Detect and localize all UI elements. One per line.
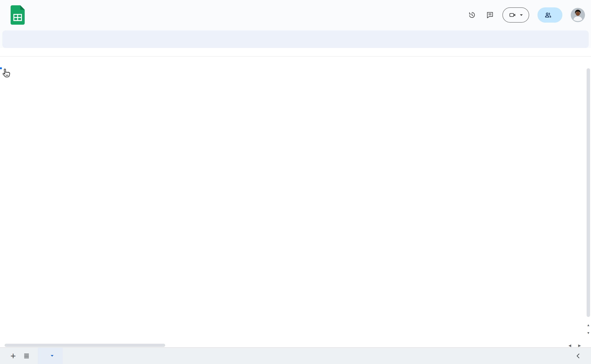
topbar <box>0 0 591 30</box>
horizontal-scrollbar-thumb[interactable] <box>5 344 165 347</box>
sheets-logo-icon[interactable] <box>11 5 25 25</box>
side-panel-collapse-icon[interactable] <box>572 349 585 363</box>
scroll-down-icon[interactable]: ▼ <box>586 331 591 334</box>
toolbar-wrap <box>0 30 591 48</box>
add-sheet-button[interactable]: + <box>6 349 20 363</box>
spreadsheet-grid: ▲ ▼ <box>0 56 591 343</box>
sheet-tab-menu-icon[interactable] <box>51 355 53 357</box>
scroll-left-icon[interactable]: ◀ <box>568 344 571 347</box>
formula-bar-gap <box>0 48 591 56</box>
vertical-scrollbar[interactable]: ▲ ▼ <box>586 67 591 343</box>
people-icon <box>544 11 552 19</box>
sheet-tab[interactable] <box>38 348 63 364</box>
video-call-button[interactable] <box>502 7 529 23</box>
scroll-up-icon[interactable]: ▲ <box>586 323 591 327</box>
video-camera-icon <box>509 11 516 19</box>
share-button[interactable] <box>538 7 562 23</box>
avatar[interactable] <box>571 8 585 22</box>
comments-icon[interactable] <box>483 8 497 22</box>
horizontal-scrollbar[interactable]: ◀ ▶ <box>0 343 591 348</box>
vertical-scrollbar-thumb[interactable] <box>587 68 590 317</box>
column-header-row <box>0 56 591 67</box>
chevron-down-icon <box>520 14 523 16</box>
toolbar <box>2 30 589 48</box>
all-sheets-icon[interactable] <box>20 349 33 363</box>
sheet-bar: + <box>0 348 591 364</box>
scroll-right-icon[interactable]: ▶ <box>578 344 581 347</box>
version-history-icon[interactable] <box>465 8 479 22</box>
pointer-cursor <box>0 67 12 79</box>
